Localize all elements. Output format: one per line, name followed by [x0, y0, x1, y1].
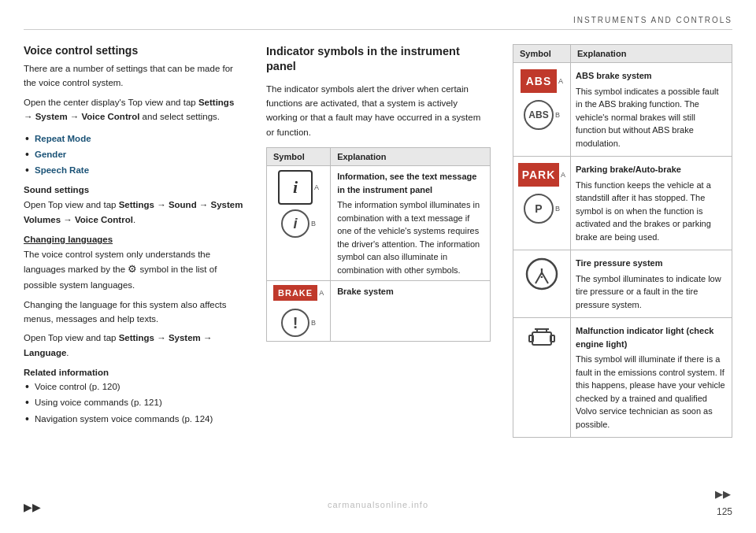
right-table-symbol-header: Symbol [513, 45, 571, 63]
park-description: This function keeps the vehicle at a sta… [576, 179, 727, 244]
list-item: Voice control (p. 120) [35, 380, 244, 394]
next-arrow: ▶▶ [24, 501, 41, 513]
table-row: Malfunction indicator light (check engin… [513, 318, 732, 438]
svg-rect-2 [532, 332, 551, 345]
indicator-intro: The indicator symbols alert the driver w… [266, 82, 491, 140]
list-item: Navigation system voice commands (p. 124… [35, 413, 244, 426]
right-symbol-table: Symbol Explanation ABS A [513, 44, 732, 438]
abs-circle-icon: ABS [524, 100, 554, 130]
engine-row-title: Malfunction indicator light (check engin… [576, 324, 727, 350]
brake-exclaim-icon: ! [281, 309, 309, 337]
info-description: The information symbol illuminates in co… [337, 198, 484, 276]
abs-icon-a: ABS A [521, 69, 563, 93]
right-column: Symbol Explanation ABS A [513, 44, 732, 438]
table-row: ! Tire pressure system The symbol illumi… [513, 250, 732, 318]
list-item: Gender [35, 148, 244, 161]
brake-explanation-cell: Brake system [331, 281, 491, 342]
park-icon-b: P B [524, 194, 560, 224]
languages-para3: Open Top view and tap Settings → System … [24, 331, 244, 360]
engine-symbol-cell [513, 318, 571, 438]
abs-icon-b: ABS B [524, 100, 560, 130]
info-icon-a: i A [278, 170, 319, 205]
languages-para1: The voice control system only understand… [24, 247, 244, 293]
voice-settings-para2: Open the center display's Top view and t… [24, 95, 244, 124]
mid-table-explanation-header: Explanation [331, 148, 491, 166]
abs-red-icon: ABS [521, 69, 557, 93]
changing-languages-section: Changing languages The voice control sys… [24, 235, 244, 360]
svg-rect-4 [550, 335, 554, 342]
voice-settings-section: Voice control settings There are a numbe… [24, 44, 244, 177]
info-icon-b: i B [281, 209, 316, 238]
languages-para2: Changing the language for this system al… [24, 298, 244, 327]
table-row: PARK A P B Parking brake [513, 157, 732, 250]
tire-row-title: Tire pressure system [576, 257, 727, 270]
related-info-section: Related information Voice control (p. 12… [24, 368, 244, 426]
related-info-bullets: Voice control (p. 120) Using voice comma… [24, 380, 244, 426]
changing-languages-title: Changing languages [24, 235, 244, 244]
park-row-title: Parking brake/Auto-brake [576, 163, 727, 176]
info-box-icon: i [278, 170, 313, 205]
header-title: INSTRUMENTS AND CONTROLS [573, 16, 732, 24]
list-item: Repeat Mode [35, 132, 244, 146]
related-info-title: Related information [24, 368, 244, 377]
left-column: Voice control settings There are a numbe… [24, 44, 244, 438]
list-item: Using voice commands (p. 121) [35, 396, 244, 409]
engine-explanation-cell: Malfunction indicator light (check engin… [571, 318, 732, 438]
tire-explanation-cell: Tire pressure system The symbol illumina… [571, 250, 732, 318]
voice-settings-bullets: Repeat Mode Gender Speech Rate [24, 132, 244, 178]
brake-symbol-cell: BRAKE A ! B [267, 281, 331, 342]
brake-icon-b: ! B [281, 309, 316, 337]
tire-pressure-icon: ! [524, 257, 559, 291]
list-item: Speech Rate [35, 164, 244, 177]
sound-settings-section: Sound settings Open Top view and tap Set… [24, 185, 244, 227]
voice-settings-para1: There are a number of settings that can … [24, 61, 244, 91]
brake-row-title: Brake system [337, 285, 484, 298]
sound-settings-para: Open Top view and tap Settings → Sound →… [24, 198, 244, 227]
park-explanation-cell: Parking brake/Auto-brake This function k… [571, 157, 732, 250]
abs-symbol-cell: ABS A ABS B [513, 63, 571, 157]
page-footer: ▶▶ 125 [717, 506, 732, 517]
middle-symbol-table: Symbol Explanation i A i [266, 147, 491, 342]
page-number: 125 [717, 506, 732, 517]
header-bar: INSTRUMENTS AND CONTROLS [24, 16, 732, 30]
mid-table-symbol-header: Symbol [267, 148, 331, 166]
indicator-section-title: Indicator symbols in the instrument pane… [266, 44, 491, 74]
middle-column: Indicator symbols in the instrument pane… [266, 44, 491, 438]
engine-description: This symbol will illuminate if there is … [576, 353, 727, 431]
table-row: BRAKE A ! B Brake system [267, 281, 491, 342]
svg-rect-3 [529, 335, 533, 342]
voice-settings-title: Voice control settings [24, 44, 244, 57]
park-circle-icon: P [524, 194, 554, 224]
abs-explanation-cell: ABS brake system This symbol indicates a… [571, 63, 732, 157]
brake-red-icon: BRAKE [273, 285, 317, 301]
brake-icon-a: BRAKE A [273, 285, 324, 301]
abs-row-title: ABS brake system [576, 69, 727, 83]
tire-symbol-cell: ! [513, 250, 571, 318]
check-engine-icon [524, 324, 559, 353]
park-red-icon: PARK [518, 163, 559, 187]
sound-settings-title: Sound settings [24, 185, 244, 194]
tire-description: The symbol illuminates to indicate low t… [576, 272, 727, 312]
park-icon-a: PARK A [518, 163, 565, 187]
info-row-title: Information, see the text message in the… [337, 170, 484, 196]
info-circle-icon: i [281, 209, 309, 238]
park-symbol-cell: PARK A P B [513, 157, 571, 250]
pagination-arrows: ▶▶ [715, 488, 731, 500]
info-explanation-cell: Information, see the text message in the… [331, 166, 491, 281]
abs-description: This symbol indicates a possible fault i… [576, 85, 727, 150]
watermark: carmanualsonline.info [328, 500, 428, 509]
info-symbol-cell: i A i B [267, 166, 331, 281]
table-row: ABS A ABS B ABS brake sy [513, 63, 732, 157]
table-row: i A i B Information, see the text messag… [267, 166, 491, 281]
right-table-explanation-header: Explanation [571, 45, 732, 63]
